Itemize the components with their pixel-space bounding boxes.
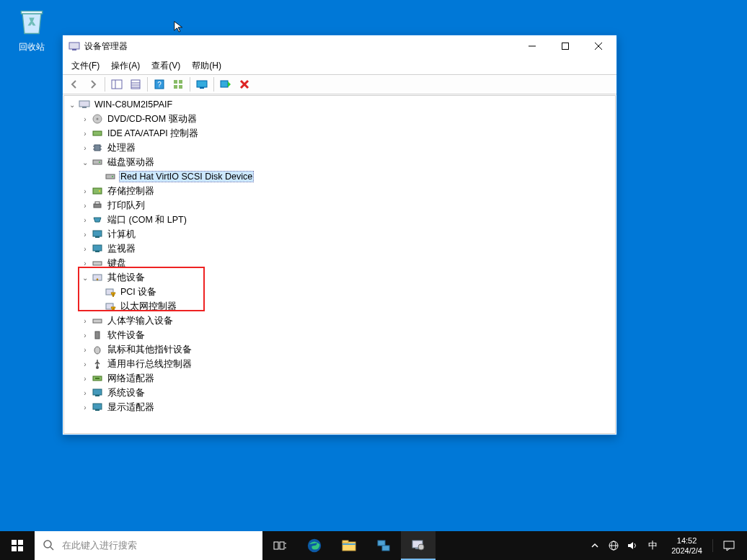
expand-arrow[interactable]: › — [80, 202, 90, 210]
svg-rect-57 — [93, 389, 102, 395]
desktop-recycle-bin[interactable]: 回收站 — [10, 6, 53, 53]
tree-dvd[interactable]: › DVD/CD-ROM 驱动器 — [64, 112, 615, 126]
svg-rect-42 — [95, 236, 100, 238]
ide-icon — [92, 128, 103, 139]
computer-icon — [92, 228, 103, 240]
tray-overflow[interactable] — [588, 541, 602, 550]
toolbar-separator — [147, 77, 148, 92]
svg-rect-18 — [197, 81, 207, 87]
titlebar[interactable]: 设备管理器 — [63, 35, 616, 57]
expand-arrow[interactable]: › — [80, 130, 90, 138]
expand-arrow[interactable]: › — [80, 332, 90, 339]
scan-hardware-button[interactable] — [217, 76, 234, 93]
expand-arrow[interactable]: › — [80, 115, 90, 123]
expand-arrow[interactable]: › — [80, 389, 90, 397]
svg-rect-43 — [93, 245, 102, 251]
recycle-bin-label: 回收站 — [10, 41, 53, 53]
maximize-button[interactable] — [549, 35, 582, 57]
tree-display[interactable]: › 显示适配器 — [64, 400, 615, 414]
tree-other-pci[interactable]: · ! PCI 设备 — [64, 285, 615, 299]
tree-keyboard[interactable]: › 键盘 — [64, 256, 615, 270]
tray-ime[interactable]: 中 — [644, 539, 661, 552]
computer-icon — [79, 99, 90, 110]
search-box[interactable]: 在此键入进行搜索 — [35, 531, 262, 560]
tree-other-ethernet[interactable]: · ! 以太网控制器 — [64, 299, 615, 314]
tree-cpu[interactable]: › 处理器 — [64, 141, 615, 155]
expand-arrow[interactable]: ⌄ — [67, 101, 77, 109]
svg-rect-41 — [93, 231, 102, 236]
tree-printq[interactable]: › 打印队列 — [64, 198, 615, 213]
show-hide-tree-button[interactable] — [108, 76, 125, 93]
svg-point-54 — [96, 366, 99, 369]
svg-rect-74 — [342, 543, 355, 545]
menu-file[interactable]: 文件(F) — [66, 58, 105, 74]
expand-arrow[interactable]: › — [80, 360, 90, 368]
expand-arrow[interactable]: ⌄ — [80, 159, 90, 166]
expand-arrow[interactable]: ⌄ — [80, 274, 90, 282]
tree-hid[interactable]: › 人体学输入设备 — [64, 314, 615, 328]
tree-ide[interactable]: › IDE ATA/ATAPI 控制器 — [64, 126, 615, 141]
start-button[interactable] — [0, 531, 35, 560]
menu-view[interactable]: 查看(V) — [146, 58, 186, 74]
tree-monitor[interactable]: › 监视器 — [64, 241, 615, 256]
tree-network[interactable]: › 网络适配器 — [64, 371, 615, 386]
tree-usb[interactable]: › 通用串行总线控制器 — [64, 357, 615, 371]
menu-help[interactable]: 帮助(H) — [186, 58, 227, 74]
svg-rect-60 — [95, 409, 100, 411]
nav-back-button[interactable] — [66, 76, 83, 93]
tree-disk[interactable]: ⌄ 磁盘驱动器 — [64, 155, 615, 169]
expand-arrow[interactable]: › — [80, 346, 90, 354]
svg-rect-52 — [95, 332, 100, 339]
nav-forward-button[interactable] — [84, 76, 102, 93]
tray-network-icon[interactable] — [606, 540, 621, 551]
taskbar-network[interactable] — [366, 531, 401, 560]
tray-volume-icon[interactable] — [625, 540, 640, 551]
expand-arrow[interactable]: › — [80, 375, 90, 383]
expand-arrow[interactable]: › — [80, 404, 90, 412]
tree-computer[interactable]: › 计算机 — [64, 227, 615, 241]
tree-storage[interactable]: › 存储控制器 — [64, 184, 615, 198]
svg-rect-64 — [18, 546, 23, 551]
properties-button[interactable] — [127, 76, 144, 93]
svg-rect-20 — [221, 81, 228, 87]
svg-rect-61 — [12, 540, 17, 545]
expand-arrow[interactable]: › — [80, 317, 90, 325]
task-view-button[interactable] — [262, 531, 297, 560]
close-button[interactable] — [582, 35, 615, 57]
tray-clock[interactable]: 14:52 2024/2/4 — [666, 535, 708, 556]
expand-arrow[interactable]: › — [80, 245, 90, 253]
svg-point-36 — [112, 176, 113, 177]
tree-ports[interactable]: › 端口 (COM 和 LPT) — [64, 213, 615, 227]
expand-arrow[interactable]: › — [80, 187, 90, 195]
tree-other[interactable]: ⌄ 其他设备 — [64, 270, 615, 285]
tree-mouse[interactable]: › 鼠标和其他指针设备 — [64, 342, 615, 357]
tree-system[interactable]: › 系统设备 — [64, 386, 615, 400]
menu-action[interactable]: 操作(A) — [105, 58, 146, 74]
uninstall-button[interactable] — [236, 76, 253, 93]
tree-disk-virtio[interactable]: · Red Hat VirtIO SCSI Disk Device — [64, 169, 615, 184]
expand-arrow[interactable]: › — [80, 216, 90, 224]
taskbar-device-manager[interactable] — [401, 531, 436, 560]
taskbar: 在此键入进行搜索 中 14:52 2024/2/4 — [0, 531, 747, 560]
expand-arrow[interactable]: › — [80, 144, 90, 152]
keyboard-icon — [92, 257, 103, 269]
expand-arrow[interactable]: › — [80, 259, 90, 267]
expand-arrow[interactable]: › — [80, 231, 90, 239]
grid-icon-button[interactable] — [169, 76, 187, 93]
taskbar-edge[interactable] — [297, 531, 332, 560]
svg-rect-0 — [69, 43, 79, 49]
tree-root[interactable]: ⌄ WIN-C8UM2I5PAIF — [64, 97, 615, 112]
svg-rect-83 — [724, 541, 734, 548]
svg-rect-16 — [174, 85, 177, 89]
windows-icon — [12, 540, 23, 551]
disk-icon — [92, 156, 103, 168]
search-icon — [43, 540, 55, 551]
help-button[interactable]: ? — [151, 76, 168, 93]
taskbar-explorer[interactable] — [332, 531, 366, 560]
printer-icon — [92, 200, 103, 211]
minimize-button[interactable] — [516, 35, 549, 57]
tree-software[interactable]: › 软件设备 — [64, 328, 615, 342]
svg-rect-51 — [93, 319, 102, 323]
monitor-button[interactable] — [193, 76, 211, 93]
tray-notifications[interactable] — [712, 539, 744, 552]
